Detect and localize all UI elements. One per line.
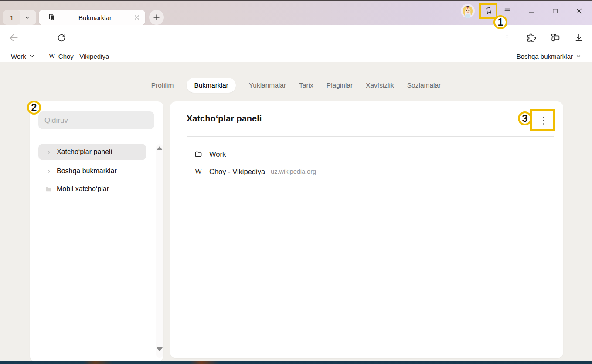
other-bookmarks-label: Boshqa bukmarklar — [517, 53, 573, 60]
tab-title: Bukmarklar — [56, 14, 134, 21]
sidebar-item-mobil-xatchoplar[interactable]: Mobil xatchoʻplar — [38, 181, 146, 197]
sidebar-scrollbar[interactable] — [156, 144, 163, 358]
folder-icon — [194, 150, 203, 158]
downloads-icon[interactable] — [572, 30, 586, 45]
chevron-right-icon — [44, 149, 52, 155]
annotation-box-3 — [530, 109, 555, 131]
divider — [38, 138, 154, 138]
annotation-step-1: 1 — [493, 15, 507, 29]
browser-window: 1 Bukmarklar — [0, 0, 592, 364]
bookmark-row-choy[interactable]: W Choy - Vikipediya uz.wikipedia.org — [187, 163, 316, 180]
annotation-step-2: 2 — [27, 101, 41, 115]
tab-bukmarklar[interactable]: Bukmarklar — [187, 78, 235, 93]
bookmark-row-work[interactable]: Work — [187, 145, 226, 163]
tab-plaginlar[interactable]: Plaginlar — [327, 78, 353, 93]
sidebar-item-boshqa-bukmarklar[interactable]: Boshqa bukmarklar — [38, 163, 146, 179]
tab-counter[interactable]: 1 — [3, 10, 36, 25]
bookmark-row-label: Choy - Vikipediya — [209, 168, 265, 176]
passwords-icon[interactable] — [548, 30, 562, 45]
window-bottom-edge — [0, 361, 592, 364]
scroll-down-icon[interactable] — [157, 347, 163, 351]
bookmarks-bar-item-choy[interactable]: W Choy - Vikipediya — [49, 52, 109, 60]
wikipedia-favicon: W — [194, 167, 203, 176]
chevron-down-icon — [24, 15, 30, 20]
chevron-down-icon — [29, 54, 34, 59]
wikipedia-favicon: W — [49, 52, 55, 60]
tab-strip: 1 Bukmarklar — [0, 0, 592, 25]
panel-title: Xatchoʻplar paneli — [187, 114, 262, 124]
close-button[interactable] — [572, 3, 586, 18]
bookmarks-bar: Work W Choy - Vikipediya Boshqa bukmarkl… — [0, 50, 592, 62]
folders-sidebar: Xatchoʻplar paneli Boshqa bukmarklar Mob… — [30, 101, 163, 361]
tab-yuklanmalar[interactable]: Yuklanmalar — [249, 78, 286, 93]
bookmark-row-domain: uz.wikipedia.org — [271, 168, 316, 175]
divider — [187, 136, 554, 137]
tab-sozlamalar[interactable]: Sozlamalar — [407, 78, 441, 93]
profile-avatar[interactable] — [461, 4, 475, 18]
sidebar-item-xatchoplar-paneli[interactable]: Xatchoʻplar paneli — [38, 144, 146, 160]
bookmark-label: Choy - Vikipediya — [58, 53, 109, 60]
folder-label: Work — [11, 53, 26, 60]
annotation-step-3: 3 — [518, 111, 532, 125]
new-tab-button[interactable] — [149, 10, 164, 25]
search-input[interactable] — [38, 111, 154, 129]
extensions-icon[interactable] — [524, 30, 538, 45]
sidebar-item-label: Xatchoʻplar paneli — [57, 148, 112, 156]
sidebar-item-label: Boshqa bukmarklar — [57, 167, 117, 175]
tab-xavfsizlik[interactable]: Xavfsizlik — [366, 78, 394, 93]
annotation-box-1 — [479, 3, 497, 19]
bookmarks-manager-page: Profilim Bukmarklar Yuklanmalar Tarix Pl… — [0, 62, 592, 361]
tab-count-badge[interactable]: 1 — [3, 10, 20, 25]
tab-close-icon[interactable] — [134, 14, 140, 20]
bookmark-row-label: Work — [209, 150, 226, 158]
chevron-down-icon — [576, 54, 581, 59]
bookmarks-panel: Xatchoʻplar paneli Work W Choy - Vikiped… — [170, 101, 563, 358]
scroll-up-icon[interactable] — [157, 146, 163, 150]
active-tab[interactable]: Bukmarklar — [39, 10, 145, 25]
sidebar-search[interactable] — [38, 111, 154, 129]
other-bookmarks-button[interactable]: Boshqa bukmarklar — [517, 53, 581, 60]
bookmarks-tab-icon — [48, 13, 56, 22]
minimize-button[interactable] — [524, 3, 539, 18]
sidebar-item-label: Mobil xatchoʻplar — [57, 185, 109, 193]
bookmarks-bar-folder-work[interactable]: Work — [11, 53, 34, 60]
urlbar-more-button[interactable] — [500, 30, 514, 45]
folder-icon — [44, 185, 52, 193]
maximize-button[interactable] — [548, 3, 562, 18]
tab-profilim[interactable]: Profilim — [151, 78, 174, 93]
tab-tarix[interactable]: Tarix — [299, 78, 313, 93]
chevron-right-icon — [44, 168, 52, 175]
back-button[interactable] — [6, 30, 21, 45]
reload-button[interactable] — [54, 30, 69, 45]
manager-nav-tabs: Profilim Bukmarklar Yuklanmalar Tarix Pl… — [0, 78, 592, 93]
